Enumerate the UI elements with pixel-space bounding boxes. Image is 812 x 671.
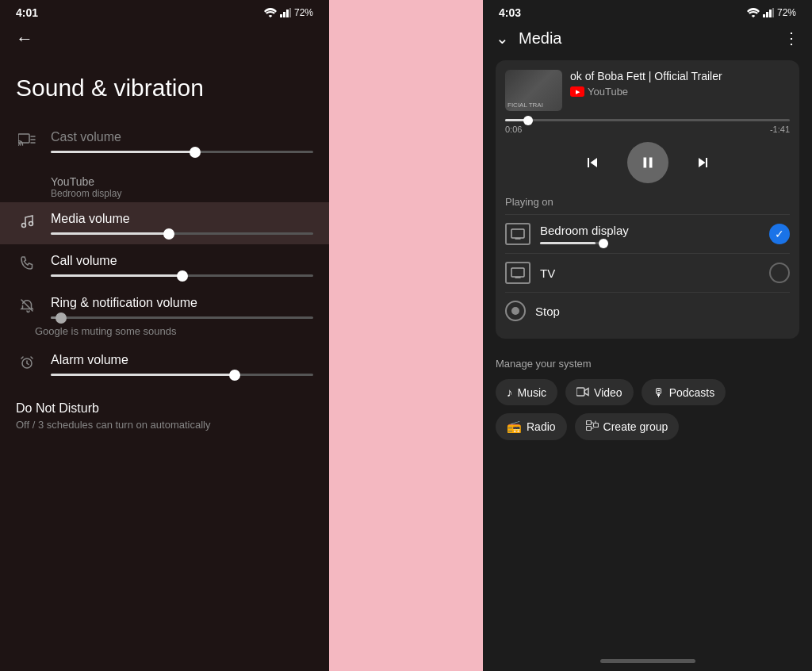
bell-muted-icon <box>16 297 38 317</box>
manage-section: Manage your system ♪ Music Video 🎙 Podca… <box>483 345 812 454</box>
chips-row-2: 📻 Radio Create group <box>496 413 799 440</box>
media-thumbnail: FICIAL TRAI <box>505 70 562 111</box>
tv-icon <box>505 262 530 284</box>
signal-icon <box>280 8 291 17</box>
svg-rect-14 <box>511 268 524 277</box>
progress-remaining: -1:41 <box>770 125 790 134</box>
right-phone: 4:03 72% ⌄ Media ⋮ FICIAL <box>483 0 812 671</box>
podcasts-chip[interactable]: 🎙 Podcasts <box>642 379 726 405</box>
bedroom-volume-slider[interactable] <box>540 242 603 244</box>
ring-volume-thumb <box>56 312 67 324</box>
media-info: ok of Boba Fett | Official Trailer YouTu… <box>570 70 790 98</box>
pause-button[interactable] <box>627 142 668 183</box>
home-indicator <box>600 659 695 663</box>
dnd-title: Do Not Disturb <box>16 401 313 416</box>
cast-volume-label: Cast volume <box>51 130 313 144</box>
svg-rect-9 <box>763 14 765 17</box>
youtube-label-section: YouTube Bedroom display <box>0 163 329 202</box>
playing-on-label: Playing on <box>505 193 790 214</box>
bedroom-name-wrap: Bedroom display <box>540 224 760 244</box>
stop-item[interactable]: Stop <box>505 292 790 329</box>
thumbnail-image: FICIAL TRAI <box>505 70 562 111</box>
media-volume-slider[interactable] <box>51 232 313 235</box>
call-volume-slider[interactable] <box>51 274 313 277</box>
video-chip[interactable]: Video <box>565 379 634 405</box>
stop-label: Stop <box>535 305 560 318</box>
svg-point-7 <box>29 222 33 226</box>
progress-thumb <box>523 116 533 125</box>
right-header: ⌄ Media ⋮ <box>483 22 812 54</box>
cast-icon <box>16 132 38 151</box>
bedroom-slider-fill <box>540 242 596 244</box>
alarm-volume-slider[interactable] <box>51 374 313 376</box>
svg-rect-10 <box>766 12 768 17</box>
media-volume-thumb <box>163 228 174 240</box>
alarm-volume-label: Alarm volume <box>51 353 313 367</box>
ring-volume-label: Ring & notification volume <box>51 296 313 310</box>
video-chip-icon <box>576 385 589 399</box>
create-group-chip[interactable]: Create group <box>575 413 680 440</box>
svg-rect-3 <box>289 8 291 17</box>
ring-volume-fill <box>51 316 61 319</box>
call-volume-fill <box>51 274 182 277</box>
music-note-icon <box>16 213 38 233</box>
radio-chip-label: Radio <box>527 420 556 433</box>
stop-circle-icon <box>505 301 526 321</box>
back-arrow-icon[interactable]: ← <box>16 29 33 48</box>
phone-icon <box>16 255 38 275</box>
call-volume-thumb <box>177 270 188 282</box>
media-title: ok of Boba Fett | Official Trailer <box>570 70 790 82</box>
right-time: 4:03 <box>499 6 521 19</box>
bedroom-display-name: Bedroom display <box>540 224 760 237</box>
device-bedroom[interactable]: Bedroom display ✓ <box>505 214 790 253</box>
svg-rect-13 <box>511 229 524 238</box>
media-top: FICIAL TRAI ok of Boba Fett | Official T… <box>505 70 790 111</box>
display-icon <box>505 223 530 245</box>
next-button[interactable] <box>694 153 713 172</box>
ring-volume-slider[interactable] <box>51 316 313 319</box>
podcasts-chip-icon: 🎙 <box>653 385 665 399</box>
media-volume-label: Media volume <box>51 212 313 226</box>
cast-volume-item: Cast volume <box>0 121 329 163</box>
previous-button[interactable] <box>583 153 602 172</box>
youtube-logo-icon <box>570 86 584 97</box>
manage-label: Manage your system <box>496 358 799 370</box>
right-signal-icon <box>763 8 774 17</box>
music-chip-icon: ♪ <box>507 385 513 399</box>
page-title: Sound & vibration <box>0 62 329 121</box>
tv-name-wrap: TV <box>540 266 760 280</box>
create-group-chip-icon <box>586 420 599 434</box>
create-group-chip-label: Create group <box>603 420 668 433</box>
svg-rect-18 <box>593 423 598 427</box>
right-wifi-icon <box>747 8 760 17</box>
media-controls <box>505 142 790 183</box>
youtube-label-sub: Bedroom display <box>51 188 313 199</box>
right-status-bar: 4:03 72% <box>483 0 812 22</box>
progress-current: 0:06 <box>505 125 522 134</box>
left-battery: 72% <box>294 7 313 18</box>
ring-volume-content: Ring & notification volume <box>51 296 313 319</box>
music-chip[interactable]: ♪ Music <box>496 379 557 405</box>
cast-volume-slider[interactable] <box>51 151 313 153</box>
back-button[interactable]: ← <box>0 22 329 62</box>
dnd-subtitle: Off / 3 schedules can turn on automatica… <box>16 419 313 431</box>
collapse-chevron-icon[interactable]: ⌄ <box>496 29 509 48</box>
progress-track[interactable] <box>505 119 790 121</box>
alarm-volume-thumb <box>229 370 240 381</box>
wifi-icon <box>264 8 277 17</box>
video-chip-label: Video <box>594 386 622 399</box>
right-battery: 72% <box>777 7 796 18</box>
svg-point-5 <box>18 144 19 146</box>
left-time: 4:01 <box>16 6 38 19</box>
device-tv[interactable]: TV <box>505 253 790 292</box>
more-options-icon[interactable]: ⋮ <box>783 29 799 48</box>
progress-times: 0:06 -1:41 <box>505 125 790 134</box>
radio-chip[interactable]: 📻 Radio <box>496 413 567 440</box>
mute-notice: Google is muting some sounds <box>0 324 329 340</box>
svg-rect-17 <box>586 426 591 430</box>
svg-rect-2 <box>286 10 289 17</box>
media-volume-fill <box>51 232 169 235</box>
svg-rect-12 <box>772 8 774 17</box>
dnd-section[interactable]: Do Not Disturb Off / 3 schedules can tur… <box>0 385 329 437</box>
call-volume-content: Call volume <box>51 254 313 277</box>
